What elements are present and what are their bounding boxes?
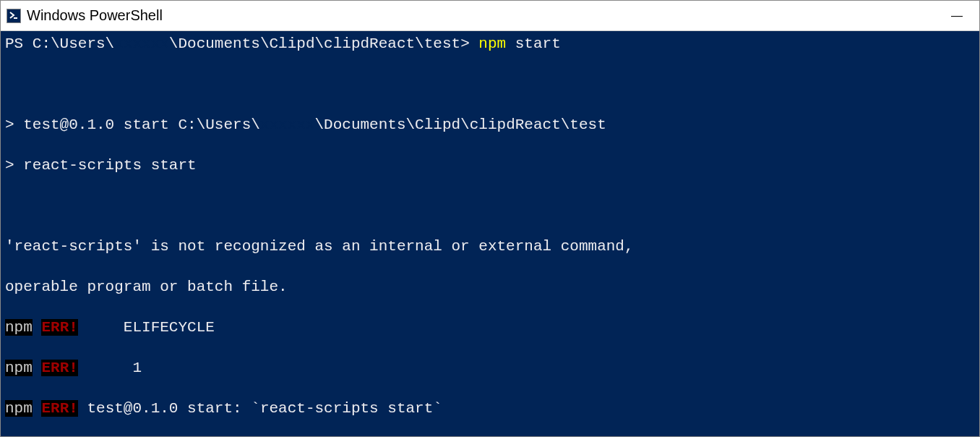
prompt-path-pre: PS C:\Users\ bbox=[5, 35, 114, 52]
err-text: 1 bbox=[78, 360, 142, 376]
script-pre: > test@0.1.0 start C:\Users\ bbox=[5, 116, 260, 133]
blank-line bbox=[5, 75, 975, 95]
redacted-user: xxxxxx bbox=[114, 34, 169, 54]
error-operable: operable program or batch file. bbox=[5, 277, 975, 297]
terminal-output[interactable]: PS C:\Users\xxxxxx\Documents\Clipd\clipd… bbox=[1, 31, 979, 436]
npm-err-one: npm ERR! 1 bbox=[5, 358, 975, 378]
script-line-2: > react-scripts start bbox=[5, 156, 975, 176]
err-text: test@0.1.0 start: `react-scripts start` bbox=[78, 400, 442, 417]
minimize-button[interactable]: — bbox=[940, 4, 973, 27]
error-not-recognized: 'react-scripts' is not recognized as an … bbox=[5, 237, 975, 257]
titlebar-controls: — bbox=[940, 4, 973, 27]
err-text: ELIFECYCLE bbox=[78, 319, 215, 336]
prompt-line: PS C:\Users\xxxxxx\Documents\Clipd\clipd… bbox=[5, 34, 975, 54]
command-start: start bbox=[506, 35, 561, 52]
err-label: ERR! bbox=[41, 360, 77, 376]
titlebar-left: Windows PowerShell bbox=[7, 7, 163, 24]
npm-err-lifecycle: npm ERR! ELIFECYCLE bbox=[5, 318, 975, 338]
npm-label: npm bbox=[5, 360, 33, 376]
powershell-icon bbox=[7, 9, 21, 23]
window-title: Windows PowerShell bbox=[27, 7, 163, 24]
npm-err-testscript: npm ERR! test@0.1.0 start: `react-script… bbox=[5, 399, 975, 419]
err-label: ERR! bbox=[41, 400, 77, 417]
blank-line bbox=[5, 196, 975, 216]
script-post: \Documents\Clipd\clipdReact\test bbox=[314, 116, 606, 133]
err-label: ERR! bbox=[41, 319, 77, 336]
npm-label: npm bbox=[5, 319, 33, 336]
window-titlebar: Windows PowerShell — bbox=[1, 1, 979, 31]
script-line-1: > test@0.1.0 start C:\Users\xxxxxx\Docum… bbox=[5, 115, 975, 135]
npm-label: npm bbox=[5, 400, 33, 417]
prompt-path-post: \Documents\Clipd\clipdReact\test> bbox=[169, 35, 478, 52]
redacted-user: xxxxxx bbox=[260, 115, 315, 135]
command-npm: npm bbox=[478, 35, 506, 52]
